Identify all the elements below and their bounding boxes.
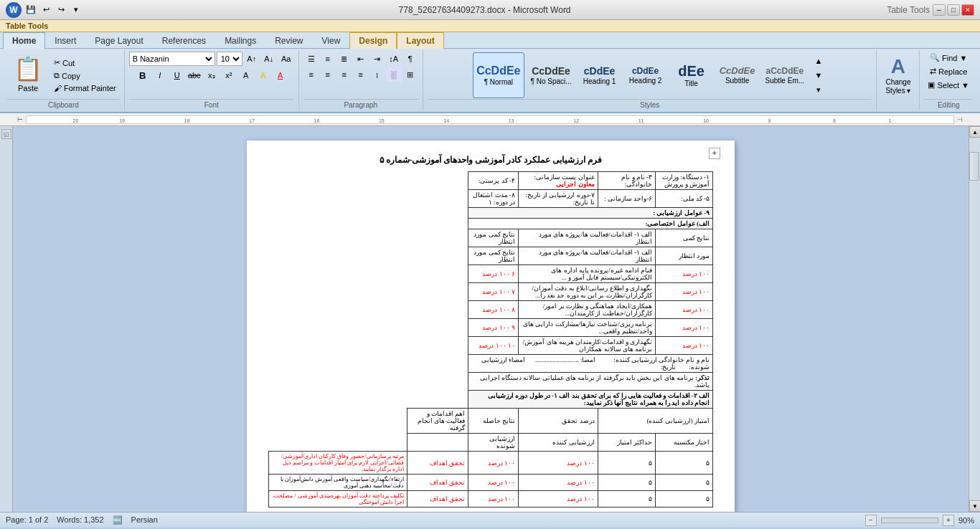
increase-indent-btn[interactable]: ⇥ [369, 52, 385, 66]
align-center-btn[interactable]: ≡ [320, 67, 336, 82]
superscript-button[interactable]: x² [221, 68, 237, 82]
add-row-btn[interactable]: + [709, 148, 720, 159]
cell-agency: ۱- دستگاه: وزارت آموزش و پرورش [656, 172, 713, 190]
select-button[interactable]: ▣ Select ▼ [924, 79, 973, 91]
strikethrough-button[interactable]: abc [187, 68, 202, 82]
borders-btn[interactable]: ⊞ [402, 67, 418, 82]
cell-b1-max: ۵ [598, 452, 656, 475]
zoom-in-btn[interactable]: + [943, 515, 954, 526]
find-button[interactable]: 🔍 Find ▼ [926, 52, 971, 64]
highlight-btn[interactable]: A [255, 68, 271, 82]
ruler-strip: 20 19 18 17 16 15 14 13 12 11 10 9 8 1 [26, 115, 954, 124]
increase-font-btn[interactable]: A↑ [244, 52, 260, 66]
right-scrollbar: ▲ ▼ [969, 126, 980, 512]
shading-btn[interactable]: ░ [386, 67, 402, 82]
table-row: امتیاز (ارزشیابی کننده) درصد تحقق نتایج … [269, 409, 713, 434]
numbered-list-btn[interactable]: ≡ [320, 52, 336, 66]
style-heading2-preview: cDdEe [632, 67, 659, 75]
undo-quick-btn[interactable]: ↩ [39, 4, 52, 16]
decrease-font-btn[interactable]: A↓ [261, 52, 277, 66]
font-color-btn[interactable]: A [273, 68, 288, 82]
quick-access-toolbar: 💾 ↩ ↪ ▾ [24, 4, 83, 16]
multilevel-list-btn[interactable]: ≣ [336, 52, 352, 66]
style-heading2[interactable]: cDdEe Heading 2 [624, 52, 667, 98]
cell-b3-desc: تکلیف پرداخته دقت آموزان بهره‌مندی آموزش… [269, 491, 407, 507]
change-styles-button[interactable]: A ChangeStyles ▾ [881, 52, 915, 98]
style-no-spacing[interactable]: CcDdEe ¶ No Spaci... [527, 52, 575, 98]
copy-icon: ⧉ [54, 71, 60, 80]
justify-btn[interactable]: ≡ [353, 67, 369, 82]
style-subtle-em[interactable]: aCcDdEe Subtle Em... [762, 52, 808, 98]
bullets-btn[interactable]: ☰ [303, 52, 319, 66]
table-row: نام و نام خانوادگی ارزشیابی کننده: امضا:… [269, 355, 713, 373]
style-normal[interactable]: CcDdEe ¶ Normal [473, 52, 524, 98]
left-sidebar-marker[interactable]: ◱ [1, 129, 11, 139]
text-effects-btn[interactable]: A [238, 68, 254, 82]
zoom-out-btn[interactable]: − [865, 515, 877, 526]
styles-more[interactable]: ▾ [811, 82, 826, 97]
tab-home[interactable]: Home [3, 32, 45, 49]
table-row: ۱۰۰ درصد نگهداری و اطلاع رسانی/ابلاغ به … [269, 283, 713, 301]
tab-insert[interactable]: Insert [45, 32, 85, 49]
sort-btn[interactable]: ↕A [386, 52, 402, 66]
paragraph-row2: ≡ ≡ ≡ ≡ ↕ ░ ⊞ [303, 67, 418, 82]
tab-review[interactable]: Review [265, 32, 312, 49]
document-content: + فرم ارزشیابی عملکرد کادر آموزشی واحدها… [268, 155, 713, 507]
change-styles-label: ChangeStyles ▾ [885, 78, 910, 95]
subscript-button[interactable]: x₂ [204, 68, 220, 82]
styles-group: CcDdEe ¶ Normal CcDdEe ¶ No Spaci... cDd… [423, 50, 877, 110]
status-bar: Page: 1 of 2 Words: 1,352 🔤 Persian − + … [0, 512, 980, 528]
decrease-indent-btn[interactable]: ⇤ [353, 52, 369, 66]
scroll-down-btn[interactable]: ▼ [969, 500, 980, 512]
table-row: ۵- کد ملی: ۶-واحد سازمانی : ۷-دوره ارزشی… [269, 190, 713, 208]
close-btn[interactable]: ✕ [961, 4, 974, 16]
paste-button[interactable]: 📋 Paste [7, 52, 49, 99]
table-tools-label: Table Tools ─ □ ✕ [887, 4, 974, 16]
align-left-btn[interactable]: ≡ [303, 67, 319, 82]
cell-achievement-header: درصد تحقق [518, 409, 598, 434]
style-title[interactable]: dEe Title [670, 52, 713, 98]
tab-mailings[interactable]: Mailings [215, 32, 265, 49]
scroll-track[interactable] [969, 138, 980, 500]
clipboard-small-btns: ✂ Cut ⧉ Copy 🖌 Format Painter [50, 52, 120, 99]
cell-action-desc-header [407, 434, 468, 452]
format-painter-button[interactable]: 🖌 Format Painter [50, 82, 120, 94]
tab-view[interactable]: View [313, 32, 350, 49]
zoom-slider[interactable] [881, 518, 938, 523]
save-quick-btn[interactable]: 💾 [24, 4, 37, 16]
styles-scroll-down[interactable]: ▼ [811, 68, 826, 82]
tab-design[interactable]: Design [349, 32, 397, 49]
minimize-btn[interactable]: ─ [933, 4, 946, 16]
qa-dropdown-btn[interactable]: ▾ [70, 4, 83, 16]
replace-button[interactable]: ⇄ Replace [926, 65, 971, 77]
cell-achieved: مورد انتظار [656, 247, 713, 265]
bold-button[interactable]: B [135, 68, 151, 82]
document-area[interactable]: + فرم ارزشیابی عملکرد کادر آموزشی واحدها… [13, 126, 969, 512]
editing-group-content: 🔍 Find ▼ ⇄ Replace ▣ Select ▼ [924, 52, 973, 99]
underline-button[interactable]: U [169, 68, 185, 82]
styles-scroll-up[interactable]: ▲ [811, 54, 826, 68]
line-spacing-btn[interactable]: ↕ [369, 67, 385, 82]
cell-activity-4: برنامه ریزی/شناخت نیازها/مشارکت دارایی ه… [518, 319, 655, 337]
tab-references[interactable]: References [153, 32, 215, 49]
maximize-btn[interactable]: □ [947, 4, 960, 16]
font-name-select[interactable]: B Nazanin [129, 52, 215, 66]
cut-button[interactable]: ✂ Cut [50, 57, 120, 69]
show-marks-btn[interactable]: ¶ [402, 52, 418, 66]
tab-page-layout[interactable]: Page Layout [85, 32, 152, 49]
change-case-btn[interactable]: Aa [278, 52, 294, 66]
font-size-select[interactable]: 10 [217, 52, 242, 66]
italic-button[interactable]: I [152, 68, 168, 82]
copy-button[interactable]: ⧉ Copy [50, 70, 120, 82]
styles-group-content: CcDdEe ¶ Normal CcDdEe ¶ No Spaci... cDd… [473, 52, 826, 99]
redo-quick-btn[interactable]: ↪ [55, 4, 67, 16]
table-row: ۱- دستگاه: وزارت آموزش و پرورش ۳- نام و … [269, 172, 713, 190]
table-row: ۵ ۵ ۱۰۰ درصد ۱۰۰ درصد تحقق اهداف ارتقاء/… [269, 475, 713, 491]
tab-layout[interactable]: Layout [397, 32, 443, 49]
style-heading1[interactable]: cDdEe Heading 1 [578, 52, 621, 98]
scroll-thumb[interactable] [969, 152, 979, 181]
style-subtitle[interactable]: CcDdEe Subtitle [716, 52, 759, 98]
title-bar: W 💾 ↩ ↪ ▾ 778_52627634409273.docx - Micr… [0, 0, 980, 20]
scroll-up-btn[interactable]: ▲ [969, 126, 980, 138]
align-right-btn[interactable]: ≡ [336, 67, 352, 82]
